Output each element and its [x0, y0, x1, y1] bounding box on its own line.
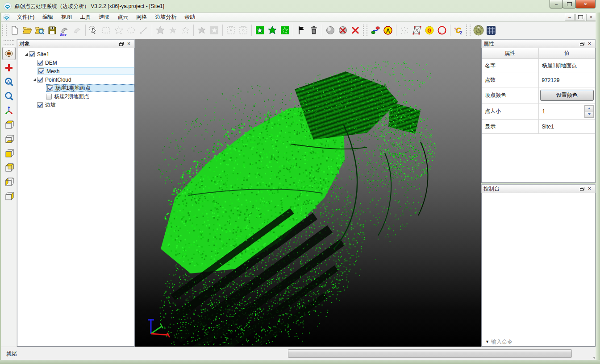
- toolbar-gripper[interactable]: [2, 25, 7, 36]
- open-project-search-button[interactable]: [33, 24, 46, 37]
- properties-col-header-key[interactable]: 属性: [482, 48, 538, 59]
- annotation-button[interactable]: A: [382, 24, 394, 37]
- menu-view[interactable]: 视图: [57, 12, 76, 22]
- open-button[interactable]: [21, 24, 33, 37]
- view-cube-left-button[interactable]: [2, 175, 16, 189]
- star-box-button[interactable]: [208, 24, 221, 37]
- console-output[interactable]: ▼ 输入命令: [481, 193, 596, 347]
- properties-close-icon[interactable]: ×: [586, 41, 593, 47]
- toolbar-gripper-3[interactable]: [466, 25, 471, 36]
- view-cube-top-button[interactable]: [2, 118, 16, 132]
- tree-node-pointcloud[interactable]: PointCloud: [17, 75, 134, 84]
- menu-mesh[interactable]: 网格: [132, 12, 151, 22]
- star-region-button[interactable]: [196, 24, 208, 37]
- checkbox-site1[interactable]: [29, 51, 35, 57]
- remove-all-button[interactable]: [349, 24, 362, 37]
- maximize-button[interactable]: [562, 0, 576, 8]
- checkbox-yangya2[interactable]: [46, 94, 52, 99]
- expander-icon[interactable]: [32, 78, 37, 81]
- select-invert-button[interactable]: [179, 24, 192, 37]
- checkbox-mesh[interactable]: [38, 68, 44, 74]
- sphere-tool-button[interactable]: [324, 24, 337, 37]
- menu-file[interactable]: 文件(F): [13, 12, 38, 22]
- zoom-text-button[interactable]: A: [2, 75, 16, 89]
- tree-node-site1[interactable]: Site1: [17, 50, 134, 58]
- crop-star-button[interactable]: [266, 24, 279, 37]
- view-cube-front-button[interactable]: [2, 147, 16, 160]
- save-button[interactable]: [46, 24, 58, 37]
- toolbar-gripper-2[interactable]: [363, 25, 367, 36]
- view-cube-back-button[interactable]: [2, 161, 16, 174]
- console-float-icon[interactable]: [578, 186, 586, 192]
- ellipse-select-button[interactable]: [125, 24, 138, 37]
- pick-axis-button[interactable]: [2, 104, 16, 117]
- checkbox-slope[interactable]: [37, 102, 43, 108]
- select-grow-button[interactable]: [154, 24, 167, 37]
- close-button[interactable]: ×: [575, 0, 596, 8]
- objects-tree: Site1 DEM Mesh PointCloud: [17, 48, 135, 347]
- mdi-close-button[interactable]: ×: [586, 14, 596, 21]
- select-shrink-button[interactable]: [167, 24, 179, 37]
- tree-node-yangya2[interactable]: 杨崖2期地面点: [17, 92, 134, 101]
- clip-inside-button[interactable]: [225, 24, 237, 37]
- gravity-g-button[interactable]: G: [423, 24, 436, 37]
- properties-float-icon[interactable]: [578, 41, 586, 47]
- spinner-up-button[interactable]: [585, 106, 593, 112]
- rect-select-button[interactable]: [100, 24, 112, 37]
- menu-tools[interactable]: 工具: [76, 12, 95, 22]
- checkbox-dem[interactable]: [37, 60, 43, 66]
- tree-node-slope[interactable]: 边坡: [17, 101, 134, 109]
- mdi-restore-button[interactable]: [575, 14, 585, 21]
- checkbox-yangya1[interactable]: [47, 85, 53, 91]
- mesh-tool-button[interactable]: [411, 24, 423, 37]
- points-tool-button[interactable]: [398, 24, 411, 37]
- rail-gripper[interactable]: [4, 40, 14, 45]
- registration-button[interactable]: [369, 24, 382, 37]
- hook-tool-button[interactable]: [71, 24, 83, 37]
- viewport-3d[interactable]: [135, 39, 481, 347]
- crop-keep-inside-button[interactable]: [254, 24, 266, 37]
- view-cube-right-button[interactable]: [2, 190, 16, 203]
- mdi-minimize-button[interactable]: –: [565, 14, 575, 21]
- property-row-point-size: 点大小 1: [482, 103, 595, 120]
- circle-fit-button[interactable]: [436, 24, 448, 37]
- geodesic-view-button[interactable]: [472, 24, 485, 37]
- new-button[interactable]: [8, 24, 21, 37]
- menu-select[interactable]: 选取: [95, 12, 113, 22]
- sphere-remove-button[interactable]: [337, 24, 349, 37]
- objects-close-icon[interactable]: ×: [125, 41, 133, 47]
- spinner-down-button[interactable]: [585, 112, 593, 117]
- command-history-icon[interactable]: ▼: [485, 339, 489, 344]
- checkbox-pointcloud[interactable]: [37, 77, 43, 83]
- tree-node-yangya1[interactable]: 杨崖1期地面点: [17, 84, 134, 92]
- crop-keep-outside-button[interactable]: [279, 24, 291, 37]
- c2-tool-button[interactable]: C12: [452, 24, 465, 37]
- console-close-icon[interactable]: ×: [586, 186, 593, 192]
- set-color-button[interactable]: 设置颜色: [540, 90, 594, 101]
- eye-button[interactable]: [2, 47, 16, 60]
- view-cube-bottom-button[interactable]: [2, 132, 16, 146]
- line-select-button[interactable]: [138, 24, 150, 37]
- grid-view-button[interactable]: [485, 24, 497, 37]
- menu-slope-analysis[interactable]: 边坡分析: [151, 12, 180, 22]
- menu-help[interactable]: 帮助: [180, 12, 199, 22]
- delete-button[interactable]: [308, 24, 320, 37]
- svg-text:1: 1: [454, 27, 456, 31]
- minimize-button[interactable]: –: [550, 0, 563, 8]
- command-input[interactable]: ▼ 输入命令: [482, 337, 595, 346]
- menu-pointcloud[interactable]: 点云: [113, 12, 132, 22]
- add-cross-button[interactable]: [2, 61, 16, 74]
- pick-select-button[interactable]: [88, 24, 100, 37]
- menu-edit[interactable]: 编辑: [38, 12, 57, 22]
- tree-node-mesh[interactable]: Mesh: [17, 67, 134, 75]
- zoom-button[interactable]: [2, 90, 16, 103]
- tree-node-dem[interactable]: DEM: [17, 58, 134, 67]
- properties-col-header-value[interactable]: 值: [538, 48, 595, 59]
- clip-outside-button[interactable]: [237, 24, 250, 37]
- flag-mark-button[interactable]: [295, 24, 308, 37]
- point-size-value[interactable]: 1: [540, 108, 546, 115]
- polygon-select-button[interactable]: [112, 24, 125, 37]
- site-import-button[interactable]: Site: [58, 24, 71, 37]
- expander-icon[interactable]: [24, 53, 29, 56]
- objects-float-icon[interactable]: [117, 41, 125, 47]
